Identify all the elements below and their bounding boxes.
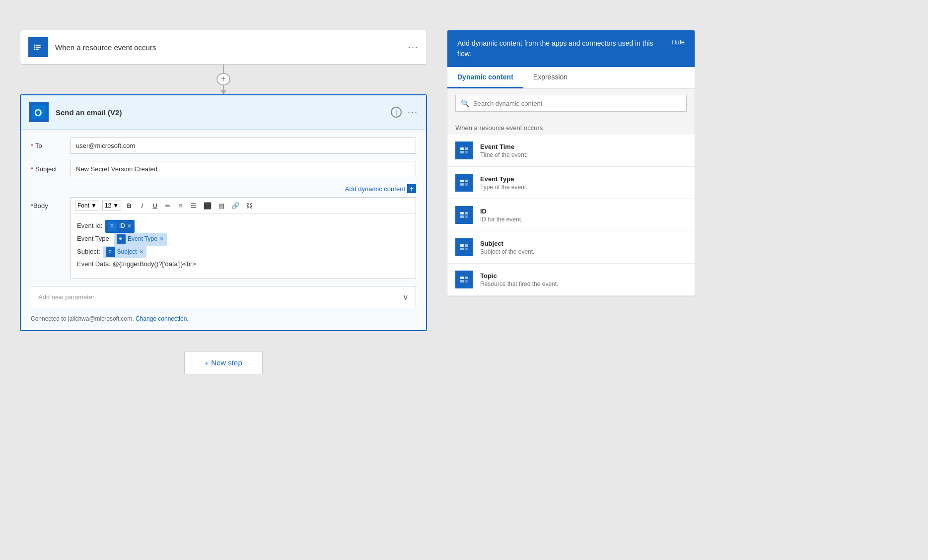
- panel-item-event-time[interactable]: Event Time Time of the event.: [447, 135, 695, 167]
- subject-tag[interactable]: ⚙ Subject ✕: [103, 246, 146, 259]
- svg-rect-23: [460, 212, 464, 214]
- event-type-icon: [455, 174, 473, 192]
- topic-title: Topic: [480, 272, 687, 280]
- subject-tag-close[interactable]: ✕: [139, 247, 143, 257]
- param-chevron-icon: ∨: [403, 292, 409, 302]
- body-row: *Body Font ▼ 12 ▼ B I: [31, 197, 416, 279]
- id-icon: [455, 206, 473, 224]
- svg-rect-26: [465, 215, 468, 218]
- event-time-icon: [455, 141, 473, 159]
- svg-rect-17: [459, 177, 470, 188]
- to-label: *To: [31, 142, 71, 149]
- font-chevron: ▼: [91, 202, 97, 209]
- to-row: *To: [31, 138, 416, 154]
- ordered-list-button[interactable]: ☰: [189, 201, 199, 210]
- id-tag-icon: ⚙: [108, 221, 117, 231]
- body-content-area[interactable]: Event Id: ⚙ ID ✕ Event Type:: [71, 214, 416, 279]
- new-step-button[interactable]: + New step: [184, 351, 262, 374]
- panel-item-event-type[interactable]: Event Type Type of the event.: [447, 167, 695, 199]
- svg-rect-29: [465, 244, 468, 247]
- font-label: Font: [77, 202, 89, 209]
- svg-text:⚙: ⚙: [119, 236, 122, 241]
- svg-rect-33: [460, 277, 464, 279]
- dynamic-content-panel: Add dynamic content from the apps and co…: [447, 30, 695, 296]
- align-right-button[interactable]: ▤: [216, 201, 226, 210]
- add-step-button[interactable]: +: [216, 73, 230, 85]
- align-left-button[interactable]: ⬛: [202, 201, 214, 210]
- body-label: *Body: [31, 197, 71, 210]
- svg-text:O: O: [34, 107, 42, 118]
- event-time-title: Event Time: [480, 143, 687, 150]
- add-dynamic-icon: +: [407, 184, 416, 193]
- svg-rect-15: [460, 151, 464, 153]
- event-type-prefix: Event Type:: [77, 235, 111, 242]
- svg-rect-31: [465, 248, 468, 250]
- svg-rect-14: [465, 147, 468, 150]
- event-type-desc: Type of the event.: [480, 184, 687, 191]
- trigger-title: When a resource event occurs: [55, 43, 408, 52]
- event-type-tag[interactable]: ⚙ Event Type ✕: [114, 233, 167, 246]
- panel-item-id[interactable]: ID ID for the event.: [447, 199, 695, 231]
- body-event-type-line: Event Type: ⚙ Event Type ✕: [77, 233, 410, 246]
- add-dynamic-button[interactable]: Add dynamic content +: [345, 184, 416, 193]
- svg-point-3: [34, 49, 36, 50]
- event-time-info: Event Time Time of the event.: [480, 143, 687, 158]
- font-select[interactable]: Font ▼: [75, 201, 99, 210]
- panel-header-text: Add dynamic content from the apps and co…: [457, 38, 661, 59]
- svg-rect-28: [460, 244, 464, 247]
- event-type-info: Event Type Type of the event.: [480, 175, 687, 191]
- svg-rect-32: [459, 274, 470, 285]
- add-param-row[interactable]: Add new parameter ∨: [31, 286, 416, 308]
- action-menu[interactable]: ···: [408, 107, 418, 118]
- plus-icon: +: [221, 74, 226, 84]
- body-event-id-line: Event Id: ⚙ ID ✕: [77, 220, 410, 233]
- add-param-text: Add new parameter: [38, 293, 403, 301]
- connection-info: Connected to jalichwa@microsoft.com. Cha…: [31, 315, 416, 322]
- body-editor: Font ▼ 12 ▼ B I U ✏ ≡ ☰ ⬛: [71, 197, 416, 279]
- info-icon[interactable]: i: [391, 107, 402, 118]
- add-dynamic-label: Add dynamic content: [345, 185, 405, 193]
- panel-hide-button[interactable]: Hide: [671, 38, 685, 46]
- id-desc: ID for the event.: [480, 216, 687, 223]
- connector-arrow: [220, 90, 226, 94]
- connector-line-top: [223, 65, 224, 73]
- underline-button[interactable]: U: [150, 201, 160, 210]
- italic-button[interactable]: I: [137, 201, 147, 210]
- subject-label: *Subject: [31, 165, 71, 173]
- svg-text:⚙: ⚙: [110, 223, 114, 228]
- subject-icon: [455, 238, 473, 256]
- trigger-menu[interactable]: ···: [408, 42, 419, 53]
- tab-expression[interactable]: Expression: [523, 67, 577, 88]
- subject-tag-label: Subject: [117, 247, 137, 258]
- svg-rect-20: [460, 183, 464, 186]
- subject-input[interactable]: [71, 161, 416, 177]
- unlink-button[interactable]: ⛓: [244, 201, 255, 210]
- bold-button[interactable]: B: [124, 201, 134, 210]
- trigger-card: When a resource event occurs ···: [20, 30, 427, 65]
- pen-button[interactable]: ✏: [163, 201, 173, 210]
- panel-header: Add dynamic content from the apps and co…: [447, 30, 695, 67]
- body-toolbar: Font ▼ 12 ▼ B I U ✏ ≡ ☰ ⬛: [71, 198, 416, 214]
- tab-dynamic-content[interactable]: Dynamic content: [447, 67, 523, 88]
- id-tag-close[interactable]: ✕: [127, 221, 132, 231]
- id-tag[interactable]: ⚙ ID ✕: [105, 220, 135, 233]
- panel-item-topic[interactable]: Topic Resource that fired the event.: [447, 264, 695, 296]
- search-area: 🔍: [447, 89, 695, 118]
- event-type-tag-close[interactable]: ✕: [159, 234, 164, 244]
- trigger-icon: [28, 37, 48, 57]
- panel-section-label: When a resource event occurs: [447, 118, 695, 135]
- step-connector: +: [216, 65, 230, 94]
- to-input[interactable]: [71, 138, 416, 154]
- event-type-title: Event Type: [480, 175, 687, 183]
- search-input[interactable]: [473, 100, 681, 107]
- unordered-list-button[interactable]: ≡: [176, 201, 186, 210]
- panel-tabs: Dynamic content Expression: [447, 67, 695, 89]
- change-connection-link[interactable]: Change connection.: [136, 315, 189, 322]
- panel-item-subject[interactable]: Subject Subject of the event.: [447, 231, 695, 264]
- subject-tag-icon: ⚙: [106, 247, 115, 257]
- font-size-select[interactable]: 12 ▼: [102, 201, 121, 210]
- svg-rect-25: [460, 215, 464, 218]
- subject-row: *Subject: [31, 161, 416, 177]
- link-button[interactable]: 🔗: [229, 201, 241, 210]
- to-required: *: [31, 142, 33, 149]
